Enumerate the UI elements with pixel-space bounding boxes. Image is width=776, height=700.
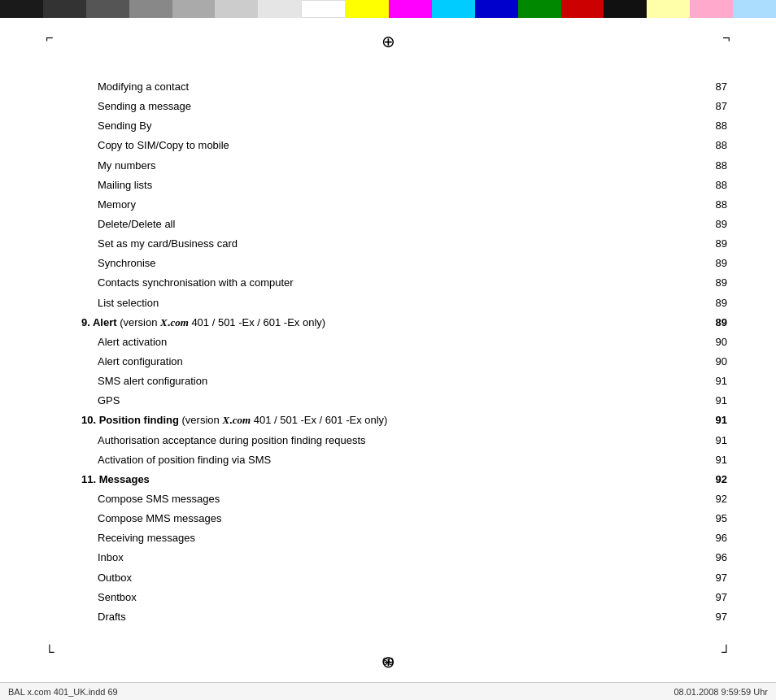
toc-entry-label: Compose MMS messages [81,509,688,528]
toc-row: Compose SMS messages 92 [81,489,727,509]
toc-entry-label: Inbox [81,548,688,567]
toc-page-num: 87 [688,97,727,116]
toc-entry-label: GPS [81,391,688,411]
toc-page-num: 88 [688,136,727,155]
toc-row: Copy to SIM/Copy to mobile 88 [81,136,727,155]
section-version-end: 401 / 501 -Ex / 601 -Ex only) [189,316,325,328]
toc-row: Sending By 88 [81,116,727,136]
toc-entry-label: List selection [81,293,688,313]
toc-row: Sentbox 97 [81,588,727,607]
toc-row: Receiving messages 96 [81,528,727,548]
toc-page-num: 89 [688,215,727,234]
toc-entry-label: Synchronise [81,254,688,273]
toc-row: List selection 89 [81,293,727,313]
toc-section-row: 11. Messages 92 [81,470,727,489]
section-number: 9. [81,316,93,328]
toc-page-num-bold: 89 [688,313,727,333]
toc-row: Delete/Delete all 89 [81,215,727,234]
section-version-end: 401 / 501 -Ex / 601 -Ex only) [251,414,387,426]
toc-row: Drafts 97 [81,607,727,627]
xcom-com: com [170,316,188,328]
reg-mark-top-left: ⌐ [42,31,57,46]
toc-row: Modifying a contact 87 [81,77,727,97]
section-version: (version [179,414,222,426]
section-title: Messages [99,473,150,485]
toc-row: SMS alert configuration 91 [81,372,727,391]
toc-entry-label: Sentbox [81,588,688,607]
xcom-com: com [233,414,251,426]
toc-row: Contacts synchronisation with a computer… [81,273,727,293]
xcom-brand: X [222,414,229,426]
toc-entry-label: Outbox [81,568,688,588]
toc-row: Inbox 96 [81,548,727,567]
toc-entry-label: Alert configuration [81,352,688,372]
toc-entry-label: Delete/Delete all [81,215,688,234]
toc-content: Modifying a contact 87 Sending a message… [81,77,727,651]
toc-page-num: 89 [688,293,727,313]
toc-entry-label: Drafts [81,607,688,627]
toc-page-num: 97 [688,607,727,627]
toc-table: Modifying a contact 87 Sending a message… [81,77,727,627]
toc-section-header-messages: 11. Messages [81,470,688,489]
toc-page-num-bold: 92 [688,470,727,489]
toc-row: Sending a message 87 [81,97,727,116]
toc-page-num: 92 [688,489,727,509]
section-version: (version [117,316,160,328]
toc-row: Authorisation acceptance during position… [81,431,727,450]
toc-page-num: 89 [688,273,727,293]
color-bar [0,0,776,18]
toc-page-num: 88 [688,116,727,136]
toc-page-num: 88 [688,176,727,195]
section-number: 11. [81,473,99,485]
toc-entry-label: Authorisation acceptance during position… [81,431,688,450]
toc-page-num: 95 [688,509,727,528]
toc-section-header-alert: 9. Alert (version X.com 401 / 501 -Ex / … [81,313,688,333]
toc-entry-label: Sending By [81,116,688,136]
toc-page-num: 90 [688,333,727,352]
toc-entry-label: Copy to SIM/Copy to mobile [81,136,688,155]
toc-row: Mailing lists 88 [81,176,727,195]
toc-page-num: 97 [688,568,727,588]
section-title: Position finding [99,414,179,426]
toc-row: Set as my card/Business card 89 [81,234,727,254]
reg-mark-top-center [381,34,395,49]
toc-entry-label: Receiving messages [81,528,688,548]
toc-page-num: 89 [688,234,727,254]
toc-page-num: 96 [688,528,727,548]
toc-page-num: 89 [688,254,727,273]
toc-page-num: 97 [688,588,727,607]
toc-row: My numbers 88 [81,156,727,176]
toc-row: Memory 88 [81,195,727,215]
toc-page-num: 91 [688,431,727,450]
toc-section-row: 10. Position finding (version X.com 401 … [81,411,727,430]
toc-section-header-position: 10. Position finding (version X.com 401 … [81,411,688,430]
toc-entry-label: Compose SMS messages [81,489,688,509]
reg-mark-top-right: ¬ [719,31,734,46]
toc-entry-label: Sending a message [81,97,688,116]
toc-section-row: 9. Alert (version X.com 401 / 501 -Ex / … [81,313,727,333]
toc-entry-label-memory: Memory [81,195,688,215]
page-number: 69 [382,655,394,667]
toc-entry-label: Contacts synchronisation with a computer [81,273,688,293]
toc-row: Compose MMS messages 95 [81,509,727,528]
toc-entry-label: Set as my card/Business card [81,234,688,254]
toc-entry-label: SMS alert configuration [81,372,688,391]
footer-right: 08.01.2008 9:59:59 Uhr [674,687,768,697]
xcom-brand: X [160,316,168,328]
toc-row: Outbox 97 [81,568,727,588]
section-title: Alert [93,316,117,328]
section-number: 10. [81,414,99,426]
toc-page-num: 88 [688,156,727,176]
toc-page-num: 96 [688,548,727,567]
reg-mark-bottom-left: └ [42,645,57,659]
footer-left: BAL x.com 401_UK.indd 69 [8,687,118,697]
toc-entry-label-my-numbers: My numbers [81,156,688,176]
toc-entry-label: Mailing lists [81,176,688,195]
toc-page-num: 88 [688,195,727,215]
toc-row: Alert activation 90 [81,333,727,352]
footer-bar: BAL x.com 401_UK.indd 69 08.01.2008 9:59… [0,682,776,700]
toc-page-num: 87 [688,77,727,97]
toc-page-num: 90 [688,352,727,372]
toc-row: Alert configuration 90 [81,352,727,372]
toc-page-num-bold: 91 [688,411,727,430]
